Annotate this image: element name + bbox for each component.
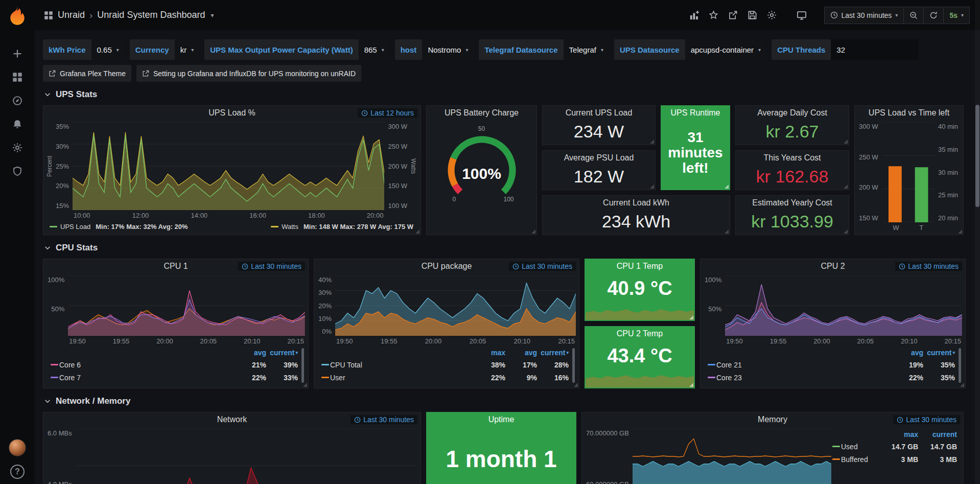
panel-time-range[interactable]: Last 30 minutes xyxy=(351,415,417,424)
panel-resize-handle[interactable] xyxy=(725,185,729,189)
legend-item[interactable]: UPS Load Min: 17% Max: 32% Avg: 20% xyxy=(50,223,188,231)
chart-plot[interactable] xyxy=(73,122,384,210)
legend-item[interactable]: Core 7 22% 33% xyxy=(51,371,298,384)
panel-resize-handle[interactable] xyxy=(960,383,964,387)
panel-time-range[interactable]: Last 30 minutes xyxy=(895,262,962,271)
user-avatar[interactable] xyxy=(9,439,26,456)
legend-scrollbar[interactable] xyxy=(572,348,575,383)
chart-plot[interactable] xyxy=(725,275,962,336)
chart-plot[interactable] xyxy=(882,122,935,222)
panel-title[interactable]: Memory xyxy=(758,415,787,424)
dashboard-link[interactable]: Setting up Grafana and InfluxDB for UPS … xyxy=(136,65,361,82)
sidebar-item-dashboards[interactable] xyxy=(5,65,30,89)
variable-value[interactable]: 865▾ xyxy=(359,39,390,60)
panel-time-range[interactable]: Last 30 minutes xyxy=(893,415,960,424)
panel-time-range[interactable]: Last 30 minutes xyxy=(238,262,305,271)
panel-resize-handle[interactable] xyxy=(303,383,307,387)
legend-item[interactable]: Used 14.7 GB 14.7 GB xyxy=(832,440,957,453)
panel-title[interactable]: UPS Load % xyxy=(208,108,255,118)
legend-item[interactable]: Core 23 22% 35% xyxy=(708,371,955,384)
help-icon[interactable]: ? xyxy=(10,465,25,479)
panel-title[interactable]: CPU 1 xyxy=(164,262,188,271)
legend-item[interactable]: User 22% 9% 16% xyxy=(321,371,569,384)
legend-header-current[interactable]: current▾ xyxy=(923,349,955,357)
dashboard-link[interactable]: Grafana Plex Theme xyxy=(43,65,131,82)
cpu-threads-input[interactable]: 32 xyxy=(831,39,919,60)
legend-header-avg[interactable]: avg xyxy=(235,349,266,357)
legend-header-avg[interactable]: avg xyxy=(892,349,923,357)
variable-currency[interactable]: Currency kr▾ xyxy=(130,39,199,60)
variable-kwh-price[interactable]: kWh Price 0.65▾ xyxy=(43,39,125,60)
section-ups-stats[interactable]: UPS Stats xyxy=(44,89,969,100)
legend-header-max[interactable]: max xyxy=(879,430,918,439)
panel-title[interactable]: Network xyxy=(217,415,247,424)
panel-resize-handle[interactable] xyxy=(844,229,848,234)
legend-item[interactable]: CPU Total 38% 17% 28% xyxy=(321,358,569,371)
panel-resize-handle[interactable] xyxy=(844,140,848,144)
legend-item[interactable]: Buffered 3 MB 3 MB xyxy=(832,453,957,466)
chart-plot[interactable] xyxy=(335,275,576,336)
panel-resize-handle[interactable] xyxy=(415,229,419,234)
sidebar-item-explore[interactable] xyxy=(5,89,30,112)
panel-resize-handle[interactable] xyxy=(958,229,962,234)
share-icon[interactable] xyxy=(725,7,741,24)
legend-header-max[interactable]: max xyxy=(474,349,505,357)
refresh-button[interactable] xyxy=(924,7,944,24)
variable-value[interactable]: kr▾ xyxy=(175,39,200,60)
star-icon[interactable] xyxy=(706,7,722,24)
variable-value[interactable]: apcupsd-container▾ xyxy=(685,39,766,60)
chevron-down-icon[interactable]: ▾ xyxy=(211,12,214,19)
legend-item[interactable]: Core 6 21% 39% xyxy=(51,358,298,371)
panel-title[interactable]: Average PSU Load xyxy=(564,153,634,163)
sidebar-item-server-admin[interactable] xyxy=(5,159,30,183)
chart-plot[interactable] xyxy=(633,429,831,484)
panel-resize-handle[interactable] xyxy=(574,383,578,387)
chart-plot[interactable] xyxy=(76,429,417,484)
sidebar-item-create[interactable] xyxy=(5,42,30,65)
legend-scrollbar[interactable] xyxy=(301,348,304,383)
panel-resize-handle[interactable] xyxy=(725,229,729,234)
grafana-logo[interactable] xyxy=(6,4,29,27)
panel-title[interactable]: CPU 1 Temp xyxy=(617,262,663,271)
variable-value[interactable]: Nostromo▾ xyxy=(422,39,474,60)
variable-cpu-threads[interactable]: CPU Threads 32 xyxy=(772,39,919,60)
section-network-memory[interactable]: Network / Memory xyxy=(44,396,969,406)
panel-time-range[interactable]: Last 12 hours xyxy=(358,108,417,118)
panel-title[interactable]: CPU package xyxy=(422,262,472,271)
zoom-out-button[interactable] xyxy=(904,7,924,24)
variable-value[interactable]: 0.65▾ xyxy=(91,39,125,60)
variable-ups-max-output[interactable]: UPS Max Output Power Capacity (Watt) 865… xyxy=(204,39,390,60)
panel-resize-handle[interactable] xyxy=(531,229,535,234)
panel-time-range[interactable]: Last 30 minutes xyxy=(509,262,576,271)
dashboard-title[interactable]: Unraid System Dashboard xyxy=(97,10,205,20)
panel-resize-handle[interactable] xyxy=(689,383,693,387)
legend-header-current[interactable]: current▾ xyxy=(266,349,298,357)
save-icon[interactable] xyxy=(744,7,761,24)
variable-telegraf-datasource[interactable]: Telegraf Datasource Telegraf▾ xyxy=(479,39,609,60)
variable-host[interactable]: host Nostromo▾ xyxy=(395,39,474,60)
legend-header-avg[interactable]: avg xyxy=(505,349,537,357)
panel-resize-handle[interactable] xyxy=(650,185,654,189)
panel-title[interactable]: Average Daily Cost xyxy=(757,108,827,118)
panel-title[interactable]: This Years Cost xyxy=(763,153,821,163)
add-panel-button[interactable] xyxy=(686,7,703,24)
page-scrollbar-thumb[interactable] xyxy=(975,105,979,207)
legend-item[interactable]: Core 21 19% 35% xyxy=(708,358,955,371)
panel-resize-handle[interactable] xyxy=(844,185,848,189)
legend-header-current[interactable]: current xyxy=(918,430,957,439)
panel-resize-handle[interactable] xyxy=(650,140,654,144)
panel-title[interactable]: Uptime xyxy=(488,415,515,424)
variable-value[interactable]: Telegraf▾ xyxy=(564,39,609,60)
panel-title[interactable]: UPS Runtime xyxy=(671,108,720,118)
panel-title[interactable]: Current Load kWh xyxy=(603,198,669,208)
panel-title[interactable]: UPS Load vs Time left xyxy=(869,108,949,118)
time-range-picker[interactable]: Last 30 minutes ▾ xyxy=(824,7,904,24)
chart-plot[interactable] xyxy=(68,275,305,336)
dashboard-settings-icon[interactable] xyxy=(764,7,780,24)
page-scrollbar[interactable] xyxy=(975,0,980,484)
kiosk-mode-icon[interactable] xyxy=(794,7,810,24)
legend-header-current[interactable]: current▾ xyxy=(537,349,569,357)
panel-title[interactable]: CPU 2 xyxy=(821,262,845,271)
panel-title[interactable]: UPS Battery Charge xyxy=(445,108,519,118)
panel-title[interactable]: CPU 2 Temp xyxy=(617,329,663,338)
